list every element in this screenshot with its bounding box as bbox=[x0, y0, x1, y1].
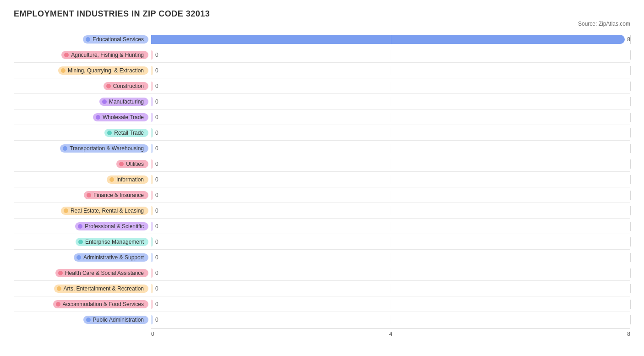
bar-value: 8 bbox=[627, 36, 630, 43]
pill-dot bbox=[78, 240, 83, 244]
bar-label: Arts, Entertainment & Recreation bbox=[14, 285, 151, 293]
pill-dot bbox=[96, 115, 100, 120]
gridline-50 bbox=[391, 222, 391, 231]
gridline-100 bbox=[630, 253, 631, 262]
bar-row: Public Administration0 bbox=[14, 312, 630, 328]
gridline-100 bbox=[630, 284, 631, 293]
bar-track: 0 bbox=[151, 128, 630, 137]
gridline-50 bbox=[391, 315, 391, 324]
gridline-100 bbox=[630, 237, 631, 246]
industry-pill: Manufacturing bbox=[99, 98, 148, 106]
bar-label: Mining, Quarrying, & Extraction bbox=[14, 66, 151, 75]
bar-fill bbox=[151, 113, 153, 122]
pill-dot bbox=[86, 318, 91, 322]
industry-pill: Public Administration bbox=[83, 316, 148, 324]
bar-label: Transportation & Warehousing bbox=[14, 144, 151, 153]
chart-title: EMPLOYMENT INDUSTRIES IN ZIP CODE 32013 bbox=[14, 9, 630, 19]
industry-pill: Transportation & Warehousing bbox=[60, 144, 148, 153]
bar-label: Utilities bbox=[14, 160, 151, 168]
industry-pill: Mining, Quarrying, & Extraction bbox=[58, 66, 148, 75]
industry-pill: Information bbox=[107, 175, 148, 184]
industry-label: Arts, Entertainment & Recreation bbox=[64, 285, 144, 292]
bar-value: 0 bbox=[155, 254, 158, 261]
pill-dot bbox=[102, 99, 107, 104]
bar-row: Professional & Scientific0 bbox=[14, 219, 630, 234]
pill-dot bbox=[86, 37, 90, 42]
bar-label: Professional & Scientific bbox=[14, 222, 151, 230]
pill-dot bbox=[63, 146, 67, 151]
industry-pill: Retail Trade bbox=[104, 129, 148, 137]
bar-row: Information0 bbox=[14, 172, 630, 187]
gridline-50 bbox=[391, 253, 391, 262]
gridline-100 bbox=[630, 97, 631, 106]
bar-fill bbox=[151, 175, 153, 184]
gridline-100 bbox=[630, 82, 631, 91]
bar-fill bbox=[151, 191, 153, 200]
gridline-50 bbox=[391, 159, 391, 169]
bar-track: 0 bbox=[151, 175, 630, 184]
bar-track: 0 bbox=[151, 191, 630, 200]
industry-label: Information bbox=[116, 176, 144, 183]
bar-row: Construction0 bbox=[14, 78, 630, 94]
chart-container: Educational Services8Agriculture, Fishin… bbox=[14, 32, 630, 328]
gridline-50 bbox=[391, 66, 391, 75]
gridline-100 bbox=[630, 315, 631, 324]
industry-pill: Arts, Entertainment & Recreation bbox=[54, 285, 148, 293]
bar-fill bbox=[151, 144, 153, 153]
industry-pill: Enterprise Management bbox=[76, 238, 148, 246]
bar-label: Retail Trade bbox=[14, 129, 151, 137]
bar-track: 0 bbox=[151, 284, 630, 293]
bar-track: 0 bbox=[151, 50, 630, 60]
bar-value: 0 bbox=[155, 239, 158, 245]
industry-label: Wholesale Trade bbox=[103, 114, 144, 120]
bar-track: 0 bbox=[151, 159, 630, 169]
gridline-50 bbox=[391, 113, 391, 122]
industry-pill: Agriculture, Fishing & Hunting bbox=[61, 51, 148, 59]
industry-label: Mining, Quarrying, & Extraction bbox=[68, 67, 144, 74]
bar-label: Agriculture, Fishing & Hunting bbox=[14, 51, 151, 59]
industry-label: Agriculture, Fishing & Hunting bbox=[71, 52, 144, 58]
bar-value: 0 bbox=[155, 52, 158, 58]
bar-label: Public Administration bbox=[14, 316, 151, 324]
bar-fill bbox=[151, 50, 153, 60]
bar-value: 0 bbox=[155, 285, 158, 292]
industry-pill: Finance & Insurance bbox=[84, 191, 148, 199]
bar-label: Real Estate, Rental & Leasing bbox=[14, 207, 151, 215]
bar-value: 0 bbox=[155, 208, 158, 214]
industry-label: Enterprise Management bbox=[85, 239, 144, 245]
pill-dot bbox=[57, 286, 61, 291]
industry-pill: Wholesale Trade bbox=[93, 113, 148, 121]
gridline-50 bbox=[391, 300, 391, 309]
bar-fill bbox=[151, 253, 153, 262]
gridline-50 bbox=[391, 175, 391, 184]
bar-label: Wholesale Trade bbox=[14, 113, 151, 121]
bar-fill bbox=[151, 66, 153, 75]
industry-label: Utilities bbox=[126, 161, 144, 167]
bar-fill bbox=[151, 97, 153, 106]
pill-dot bbox=[58, 271, 63, 275]
bar-track: 0 bbox=[151, 82, 630, 91]
bar-label: Finance & Insurance bbox=[14, 191, 151, 199]
bar-track: 0 bbox=[151, 253, 630, 262]
industry-label: Administrative & Support bbox=[83, 254, 144, 261]
industry-pill: Administrative & Support bbox=[74, 253, 148, 262]
bar-value: 0 bbox=[155, 270, 158, 276]
gridline-100 bbox=[630, 113, 631, 122]
bar-track: 0 bbox=[151, 315, 630, 324]
bar-row: Educational Services8 bbox=[14, 32, 630, 47]
bar-value: 0 bbox=[155, 145, 158, 152]
pill-dot bbox=[107, 131, 112, 135]
gridline-100 bbox=[630, 35, 631, 44]
bar-track: 0 bbox=[151, 237, 630, 246]
gridline-100 bbox=[630, 222, 631, 231]
bar-row: Administrative & Support0 bbox=[14, 250, 630, 265]
bar-fill bbox=[151, 300, 153, 309]
bar-track: 0 bbox=[151, 97, 630, 106]
bar-value: 0 bbox=[155, 130, 158, 136]
bar-value: 0 bbox=[155, 176, 158, 183]
pill-dot bbox=[61, 68, 65, 73]
bar-row: Agriculture, Fishing & Hunting0 bbox=[14, 47, 630, 63]
industry-pill: Real Estate, Rental & Leasing bbox=[61, 207, 148, 215]
industry-label: Manufacturing bbox=[109, 99, 144, 105]
industry-label: Accommodation & Food Services bbox=[63, 301, 144, 307]
